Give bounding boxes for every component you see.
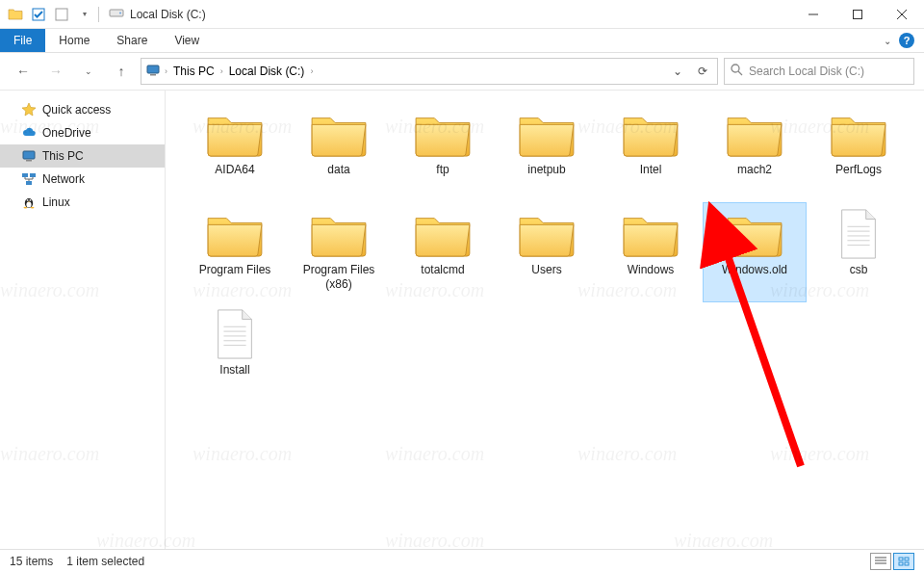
- cloud-icon: [21, 125, 37, 141]
- folder-icon: [202, 107, 268, 161]
- svg-point-7: [732, 65, 739, 72]
- ribbon: File Home Share View ⌄ ?: [0, 29, 924, 53]
- folder-icon: [202, 207, 268, 261]
- file-item-install[interactable]: Install: [183, 302, 287, 403]
- item-label: Intel: [636, 161, 666, 177]
- titlebar: ▾ Local Disk (C:): [0, 0, 924, 29]
- svg-rect-32: [899, 558, 903, 560]
- ribbon-tab-home[interactable]: Home: [45, 29, 103, 52]
- ribbon-file-tab[interactable]: File: [0, 29, 45, 52]
- nav-item-this-pc[interactable]: This PC: [0, 144, 165, 168]
- titlebar-title: Local Disk (C:): [109, 5, 206, 23]
- item-label: Program Files: [195, 261, 275, 277]
- folder-item-intel[interactable]: Intel: [599, 102, 703, 202]
- svg-rect-10: [22, 173, 28, 177]
- item-label: Windows.old: [718, 261, 791, 277]
- maximize-button[interactable]: [835, 0, 880, 29]
- pc-icon: [145, 63, 161, 81]
- titlebar-separator: [98, 7, 99, 22]
- breadcrumb-local-disk[interactable]: Local Disk (C:): [227, 63, 307, 80]
- folder-item-windows-old[interactable]: Windows.old: [703, 202, 807, 302]
- folder-icon: [618, 207, 683, 261]
- view-details-button[interactable]: [870, 553, 891, 570]
- window-title-text: Local Disk (C:): [130, 8, 206, 21]
- address-bar[interactable]: › This PC › Local Disk (C:) › ⌄ ⟳: [141, 58, 718, 85]
- folder-item-program-files[interactable]: Program Files: [183, 202, 287, 302]
- folder-item-data[interactable]: data: [287, 102, 391, 202]
- folder-item-totalcmd[interactable]: totalcmd: [391, 202, 495, 302]
- status-bar: 15 items 1 item selected: [0, 549, 924, 572]
- svg-rect-1: [56, 9, 67, 20]
- star-icon: [21, 102, 37, 117]
- nav-item-onedrive[interactable]: OneDrive: [0, 121, 165, 144]
- recent-locations-dropdown[interactable]: ⌄: [75, 58, 102, 85]
- nav-item-label: OneDrive: [42, 126, 91, 140]
- item-label: Install: [216, 361, 253, 377]
- address-bar-row: ← → ⌄ ↑ › This PC › Local Disk (C:) › ⌄ …: [0, 53, 924, 90]
- chevron-right-icon[interactable]: ›: [220, 66, 223, 76]
- item-label: AIDA64: [211, 161, 258, 177]
- item-label: PerfLogs: [832, 161, 886, 177]
- item-label: mach2: [733, 161, 776, 177]
- ribbon-expand-icon[interactable]: ⌄: [884, 36, 891, 46]
- svg-rect-33: [905, 558, 909, 560]
- svg-rect-35: [905, 562, 909, 565]
- svg-rect-8: [23, 151, 35, 159]
- ribbon-tab-view[interactable]: View: [161, 29, 213, 52]
- status-item-count: 15 items: [10, 555, 53, 568]
- view-large-icons-button[interactable]: [893, 553, 914, 570]
- item-label: inetpub: [524, 161, 569, 177]
- chevron-right-icon[interactable]: ›: [310, 66, 313, 76]
- back-button[interactable]: ←: [10, 58, 37, 85]
- nav-item-label: This PC: [42, 149, 84, 163]
- folder-icon: [410, 107, 475, 161]
- folder-item-mach2[interactable]: mach2: [703, 102, 807, 202]
- folder-icon: [826, 107, 891, 161]
- folder-item-inetpub[interactable]: inetpub: [495, 102, 599, 202]
- folder-icon: [722, 207, 787, 261]
- nav-item-quick-access[interactable]: Quick access: [0, 98, 165, 121]
- folder-icon: [514, 107, 579, 161]
- content-pane[interactable]: AIDA64dataftpinetpubIntelmach2PerfLogsPr…: [166, 91, 924, 549]
- folder-item-users[interactable]: Users: [495, 202, 599, 302]
- address-dropdown-icon[interactable]: ⌄: [667, 65, 688, 78]
- svg-point-19: [24, 207, 28, 209]
- search-box[interactable]: Search Local Disk (C:): [724, 58, 914, 85]
- svg-point-3: [119, 13, 121, 14]
- folder-item-aida64[interactable]: AIDA64: [183, 102, 287, 202]
- tux-icon: [21, 195, 37, 210]
- folder-item-windows[interactable]: Windows: [599, 202, 703, 302]
- folder-item-program-files-x86-[interactable]: Program Files (x86): [287, 202, 391, 302]
- ribbon-tab-share[interactable]: Share: [103, 29, 161, 52]
- help-icon[interactable]: ?: [899, 33, 914, 48]
- nav-item-network[interactable]: Network: [0, 168, 165, 191]
- folder-icon: [6, 5, 25, 24]
- svg-point-18: [30, 200, 31, 201]
- search-placeholder: Search Local Disk (C:): [749, 65, 864, 78]
- close-button[interactable]: [880, 0, 924, 29]
- breadcrumb-this-pc[interactable]: This PC: [171, 63, 217, 80]
- checkbox-checked-icon[interactable]: [29, 5, 48, 24]
- forward-button[interactable]: →: [42, 58, 69, 85]
- up-button[interactable]: ↑: [108, 58, 135, 85]
- file-item-csb[interactable]: csb: [807, 202, 911, 302]
- folder-item-perflogs[interactable]: PerfLogs: [807, 102, 911, 202]
- item-label: data: [323, 161, 353, 177]
- checkbox-unchecked-icon[interactable]: [52, 5, 71, 24]
- svg-rect-5: [147, 65, 159, 73]
- refresh-icon[interactable]: ⟳: [692, 65, 713, 78]
- item-label: totalcmd: [417, 261, 468, 277]
- folder-icon: [410, 207, 475, 261]
- svg-rect-11: [30, 173, 36, 177]
- qat-dropdown-icon[interactable]: ▾: [75, 5, 94, 24]
- svg-point-20: [31, 207, 35, 209]
- navigation-pane: Quick accessOneDriveThis PCNetworkLinux: [0, 91, 166, 549]
- folder-icon: [514, 207, 579, 261]
- chevron-right-icon[interactable]: ›: [165, 66, 167, 76]
- folder-icon: [306, 107, 372, 161]
- nav-item-linux[interactable]: Linux: [0, 191, 165, 214]
- minimize-button[interactable]: [791, 0, 835, 29]
- drive-icon: [109, 5, 124, 23]
- network-icon: [21, 171, 37, 187]
- folder-item-ftp[interactable]: ftp: [391, 102, 495, 202]
